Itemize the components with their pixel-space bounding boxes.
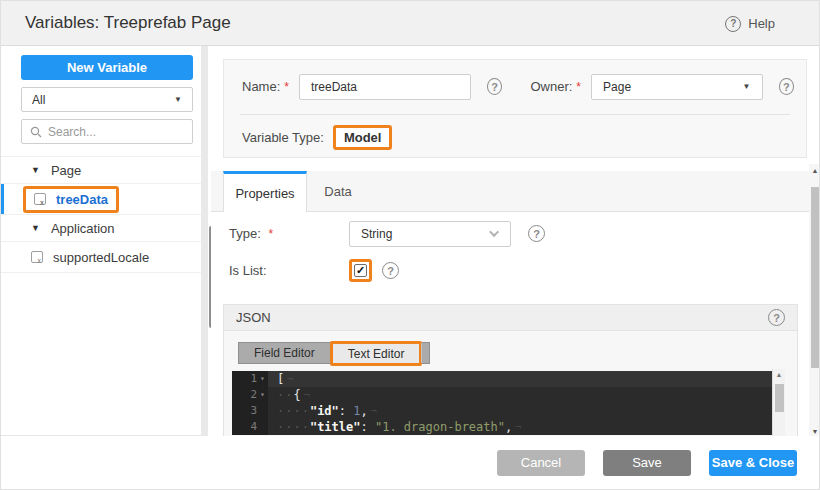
field-editor-button[interactable]: Field Editor (239, 343, 331, 363)
sidebar-divider (201, 46, 208, 436)
eol-marker: ¬ (515, 422, 521, 433)
dialog-title: Variables: Treeprefab Page (25, 13, 231, 33)
editor-mode-toggle: Field Editor Text Editor (238, 342, 430, 364)
tree-collapse-icon[interactable] (31, 223, 40, 233)
titlebar: Variables: Treeprefab Page Help (1, 1, 819, 46)
variable-type-label: Variable Type: (242, 130, 324, 145)
code-line: 3 ····"id": 1,¬ (232, 403, 772, 419)
owner-help-icon[interactable] (779, 78, 794, 95)
content-scrollbar[interactable] (809, 164, 820, 438)
model-variable-icon (34, 193, 46, 205)
owner-select[interactable]: Page (591, 74, 762, 100)
model-variable-icon (31, 251, 43, 263)
json-code-editor[interactable]: 1 [¬ 2 ··{¬ 3 ····"id": 1,¬ 4 ····"title… (232, 369, 772, 438)
variable-basic-panel: Name: * Owner: * Page Variable Type: Mod… (223, 59, 807, 158)
new-variable-button[interactable]: New Variable (21, 55, 193, 80)
eol-marker: ¬ (371, 406, 377, 417)
panel-divider (240, 114, 790, 115)
name-owner-row: Name: * Owner: * Page (242, 73, 794, 100)
variable-filter-select[interactable]: All (21, 87, 193, 112)
tree-group-label: Page (51, 163, 81, 178)
variable-type-row: Variable Type: Model (242, 125, 392, 150)
code-line: 1 [¬ (232, 369, 772, 387)
type-row: Type: * String (229, 220, 779, 247)
search-icon (30, 126, 42, 138)
owner-label: Owner: (530, 79, 572, 94)
line-number: 1 (250, 371, 257, 387)
tab-properties[interactable]: Properties (223, 171, 307, 212)
tab-bar: Properties Data (211, 171, 809, 212)
editor-scrollbar-thumb[interactable] (775, 384, 784, 412)
tree-item-label: supportedLocale (53, 250, 149, 265)
name-field[interactable] (299, 74, 471, 100)
variable-search[interactable] (21, 119, 193, 144)
name-help-icon[interactable] (487, 78, 502, 95)
variables-tree: Page treeData Application supportedLocal… (1, 156, 201, 273)
save-button[interactable]: Save (603, 450, 691, 476)
variables-dialog: Variables: Treeprefab Page Help New Vari… (0, 0, 820, 490)
chevron-down-icon (489, 227, 499, 237)
tree-collapse-icon[interactable] (31, 165, 40, 175)
help-icon (725, 16, 741, 32)
fold-icon[interactable] (257, 387, 268, 403)
annotation-box-treedata: treeData (23, 186, 119, 213)
tab-data[interactable]: Data (307, 171, 369, 212)
required-marker: * (576, 80, 581, 94)
json-panel-header: JSON (224, 305, 797, 331)
line-number: 2 (250, 387, 257, 403)
is-list-row: Is List: (229, 257, 779, 284)
type-selected-value: String (361, 227, 392, 241)
selected-indicator (1, 184, 4, 214)
scroll-up-icon[interactable] (809, 167, 820, 174)
required-marker: * (268, 227, 273, 241)
help-button[interactable]: Help (725, 1, 775, 46)
tree-item-supportedlocale[interactable]: supportedLocale (1, 242, 201, 273)
toggle-edge (421, 343, 429, 363)
cancel-button[interactable]: Cancel (497, 450, 585, 476)
save-and-close-button[interactable]: Save & Close (709, 450, 797, 476)
json-panel-title: JSON (236, 310, 271, 325)
code-line: 4 ····"title": "1. dragon-breath",¬ (232, 419, 772, 435)
tree-group-application[interactable]: Application (1, 215, 201, 242)
scroll-down-icon[interactable] (809, 428, 820, 435)
type-select[interactable]: String (349, 221, 511, 247)
annotation-box-is-list (349, 259, 372, 282)
type-label: Type: * (229, 226, 349, 241)
tree-item-label: treeData (56, 192, 108, 207)
tree-item-treedata[interactable]: treeData (1, 184, 201, 215)
help-label: Help (748, 16, 775, 31)
line-number: 3 (250, 403, 257, 419)
search-input[interactable] (48, 125, 184, 139)
text-editor-button[interactable]: Text Editor (333, 347, 420, 361)
is-list-checkbox[interactable] (354, 264, 367, 277)
annotation-box-model: Model (333, 125, 393, 150)
content-scrollbar-thumb[interactable] (811, 187, 819, 368)
tree-group-label: Application (51, 221, 115, 236)
editor-scrollbar[interactable] (772, 369, 785, 438)
eol-marker: ¬ (304, 390, 310, 401)
filter-selected-value: All (32, 93, 45, 107)
code-line: 2 ··{¬ (232, 387, 772, 403)
is-list-help-icon[interactable] (382, 262, 399, 279)
chevron-down-icon (174, 95, 182, 104)
json-panel: JSON Field Editor Text Editor 1 [¬ 2 ··{… (223, 304, 798, 438)
variables-sidebar: New Variable All Page treeData (1, 46, 201, 436)
dialog-footer: Cancel Save Save & Close (1, 436, 819, 489)
annotation-box-text-editor: Text Editor (330, 341, 423, 366)
tree-group-page[interactable]: Page (1, 157, 201, 184)
fold-icon[interactable] (257, 371, 268, 387)
is-list-label: Is List: (229, 263, 349, 278)
properties-tab-content: Type: * String Is List: JSON Field Edito… (211, 212, 809, 438)
required-marker: * (284, 80, 289, 94)
name-label: Name: (242, 79, 280, 94)
owner-selected-value: Page (603, 80, 631, 94)
scroll-up-icon[interactable] (773, 371, 785, 378)
json-help-icon[interactable] (768, 309, 785, 326)
type-help-icon[interactable] (528, 225, 545, 242)
chevron-down-icon (743, 82, 751, 91)
eol-marker: ¬ (287, 374, 293, 385)
line-number: 4 (250, 419, 257, 435)
